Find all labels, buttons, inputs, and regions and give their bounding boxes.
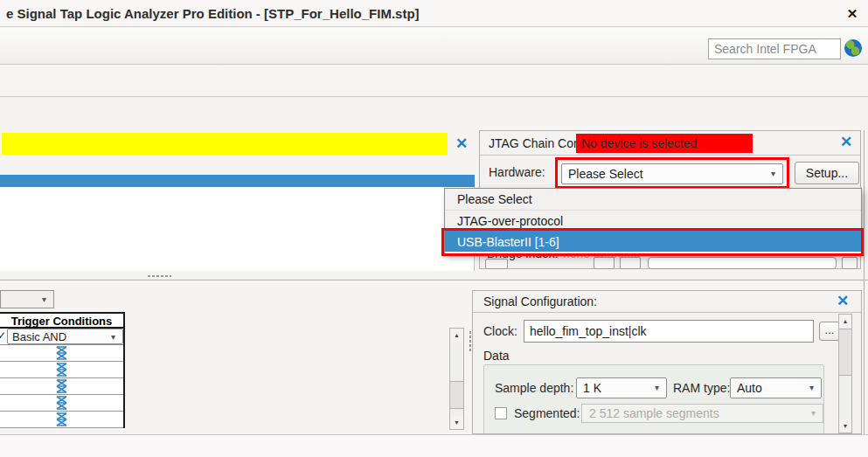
signal-tap-window: e Signal Tap Logic Analyzer Pro Edition … <box>0 0 868 457</box>
sof-extra-button[interactable] <box>842 257 858 269</box>
trigger-condition-row[interactable] <box>0 378 123 395</box>
segmented-checkbox[interactable] <box>495 407 507 419</box>
data-group-label: Data <box>483 349 510 363</box>
clock-browse-button[interactable]: ... <box>819 322 840 341</box>
sof-download-button[interactable] <box>620 257 641 269</box>
dont-care-icon[interactable] <box>56 379 67 393</box>
dont-care-icon[interactable] <box>56 346 67 360</box>
trigger-conditions-table: Trigger Conditions ✓ Basic AND ▾ <box>0 312 125 428</box>
signal-config-scrollbar[interactable]: ▲ ▼ <box>838 314 852 433</box>
trigger-rows <box>0 345 123 428</box>
toolbar-strip <box>0 66 868 97</box>
scroll-up-icon[interactable]: ▲ <box>839 315 851 328</box>
scrollbar-thumb[interactable] <box>839 329 851 376</box>
trigger-condition-row[interactable] <box>0 345 123 362</box>
hardware-dropdown-menu: Please Select JTAG-over-protocol USB-Bla… <box>444 188 862 254</box>
scroll-down-icon[interactable]: ▼ <box>450 416 463 429</box>
clock-field[interactable]: hello_fim_top_inst|clk <box>524 320 814 343</box>
jtag-panel-header: JTAG Chain Configuration: No device is s… <box>480 131 860 156</box>
globe-icon[interactable] <box>844 39 862 57</box>
scroll-down-icon[interactable]: ▼ <box>839 419 851 433</box>
segmented-select[interactable]: 2 512 sample segments ▾ <box>581 404 823 423</box>
window-close-icon[interactable]: ✕ <box>837 0 867 27</box>
dont-care-icon[interactable] <box>56 396 67 410</box>
ram-type-value: Auto <box>737 381 762 395</box>
trigger-mode-value: Basic AND <box>12 330 66 343</box>
sample-depth-select[interactable]: 1 K ▾ <box>576 377 667 398</box>
scrollbar-thumb[interactable] <box>450 381 463 409</box>
chevron-down-icon: ▾ <box>655 378 659 398</box>
trigger-condition-row[interactable] <box>0 412 123 428</box>
trigger-mode-select[interactable]: Basic AND ▾ <box>7 329 123 344</box>
segmented-label: Segmented: <box>514 404 580 423</box>
hardware-select-highlight: Please Select ▾ <box>555 157 789 189</box>
menu-item-jtag-over-protocol[interactable]: JTAG-over-protocol <box>445 210 861 231</box>
menu-item-usb-blasterii[interactable]: USB-BlasterII [1-6] <box>445 231 861 252</box>
dont-care-icon[interactable] <box>56 412 67 426</box>
scroll-up-icon[interactable]: ▲ <box>450 329 463 342</box>
signal-config-header: Signal Configuration: ✕ <box>473 291 861 313</box>
trigger-condition-row[interactable] <box>0 395 123 412</box>
chevron-down-icon: ▾ <box>771 164 775 183</box>
setup-button[interactable]: Setup... <box>795 162 859 184</box>
jtag-panel-close-icon[interactable]: ✕ <box>837 133 856 152</box>
window-title: e Signal Tap Logic Analyzer Pro Edition … <box>6 0 420 27</box>
instance-table-area <box>0 187 475 271</box>
chevron-down-icon: ▾ <box>809 378 814 398</box>
ram-type-select[interactable]: Auto ▾ <box>730 377 822 398</box>
chevron-down-icon: ▾ <box>111 329 115 343</box>
signal-configuration-panel: Signal Configuration: ✕ Clock: hello_fim… <box>472 290 862 434</box>
instance-filter-select[interactable]: ▾ <box>0 290 54 308</box>
left-vertical-scrollbar[interactable]: ▲ ▼ <box>449 328 464 430</box>
sof-browse-button[interactable] <box>594 257 615 269</box>
trigger-conditions-header: Trigger Conditions <box>0 312 123 329</box>
segmented-value: 2 512 sample segments <box>589 406 719 420</box>
ram-type-label: RAM type: <box>673 377 730 398</box>
window-right-edge <box>864 130 865 434</box>
check-icon: ✓ <box>0 329 6 342</box>
chevron-down-icon: ▾ <box>42 291 46 308</box>
instance-selected-row[interactable] <box>0 175 475 187</box>
dont-care-icon[interactable] <box>56 363 67 377</box>
hardware-select[interactable]: Please Select ▾ <box>561 163 783 184</box>
title-bar: e Signal Tap Logic Analyzer Pro Edition … <box>0 0 868 27</box>
sof-file-field[interactable] <box>648 257 837 269</box>
hardware-select-value: Please Select <box>568 167 643 181</box>
hardware-label: Hardware: <box>489 160 545 184</box>
jtag-error-badge: No device is selected <box>576 134 753 153</box>
data-group-box: Sample depth: 1 K ▾ RAM type: Auto ▾ Seg… <box>483 364 824 434</box>
clock-label: Clock: <box>483 320 517 343</box>
search-input[interactable] <box>708 38 841 59</box>
horizontal-splitter-handle[interactable] <box>147 274 171 278</box>
status-bar <box>0 434 868 457</box>
menu-item-please-select[interactable]: Please Select <box>445 189 861 210</box>
sample-depth-label: Sample depth: <box>495 377 573 398</box>
signal-config-close-icon[interactable]: ✕ <box>833 292 852 311</box>
instance-manager-close-icon[interactable]: ✕ <box>451 134 472 155</box>
bridge-index-spinner[interactable] <box>485 259 508 269</box>
sample-depth-value: 1 K <box>583 381 601 395</box>
instance-manager-status-bar <box>2 133 448 155</box>
signal-config-title: Signal Configuration: <box>483 291 597 313</box>
trigger-condition-row[interactable] <box>0 362 123 378</box>
trigger-mode-row: ✓ Basic AND ▾ <box>0 329 123 345</box>
chevron-down-icon: ▾ <box>811 405 816 422</box>
